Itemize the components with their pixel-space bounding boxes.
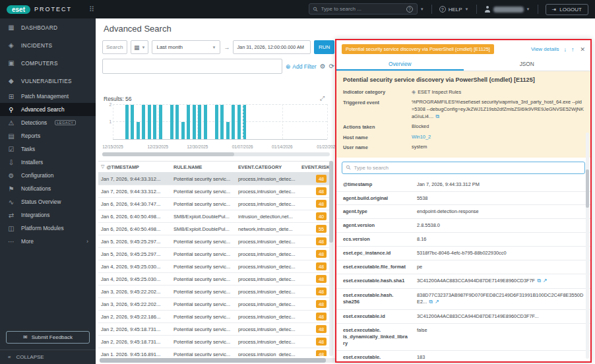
prev-record-icon[interactable]: ↑ xyxy=(571,46,575,53)
cell-event-category: process,intrusion_detec... xyxy=(235,326,299,332)
kv-value: Jan 7, 2026, 9:44:33.312 PM xyxy=(417,181,584,188)
chevron-down-icon: ▼ xyxy=(465,7,469,11)
view-details-link[interactable]: View details xyxy=(531,46,559,52)
column-header-2[interactable]: EVENT.CATEGORY xyxy=(235,164,299,170)
external-link-icon[interactable]: ↗ xyxy=(435,299,439,305)
expand-icon[interactable]: ⤢ xyxy=(320,95,325,102)
results-table: ▽@TIMESTAMPRULE.NAMEEVENT.CATEGORYEVENT.… xyxy=(98,161,332,356)
calendar-icon: ▦ xyxy=(134,44,140,51)
table-row[interactable]: Jan 2, 2026, 9:45:18.731...Potential sec… xyxy=(98,323,332,336)
risk-score-badge: 40 xyxy=(316,212,327,220)
tab-json[interactable]: JSON xyxy=(464,57,591,71)
sidebar-item-installers[interactable]: ⇩Installers xyxy=(0,156,96,169)
cell-event-category: network,intrusion_dete... xyxy=(235,226,299,232)
sidebar-item-label: Installers xyxy=(21,159,43,166)
sidebar-item-label: Notifications xyxy=(21,185,51,192)
tasks-icon: ☑ xyxy=(7,146,15,153)
sidebar-item-patch-management[interactable]: ⊞Patch Management xyxy=(0,90,96,103)
kv-value: pe xyxy=(417,264,584,270)
sidebar-item-configuration[interactable]: ⚙Configuration xyxy=(0,169,96,182)
table-row[interactable]: Jan 1, 2026, 9:45:16.891...Potential sec… xyxy=(98,348,332,356)
tab-overview[interactable]: Overview xyxy=(336,57,464,71)
filter-query-input[interactable] xyxy=(102,59,282,74)
chart-scrollbar[interactable] xyxy=(102,152,330,156)
top-bar: eset PROTECT ⠿ ⚲ Type to search ... ? QU… xyxy=(0,0,595,18)
external-link-icon[interactable]: ↗ xyxy=(543,278,548,284)
cell-event-category: process,intrusion_detec... xyxy=(235,289,299,295)
cell-event-category: intrusion_detection,net... xyxy=(235,214,299,220)
summary-field-value[interactable]: Win10_2 xyxy=(412,134,584,140)
table-row[interactable]: Jan 2, 2026, 9:45:22.186...Potential sec… xyxy=(98,311,332,323)
eset-logo[interactable]: eset PROTECT xyxy=(7,5,72,14)
scrollbar-thumb[interactable] xyxy=(329,161,333,243)
help-menu[interactable]: ? HELP ▼ xyxy=(439,6,469,13)
close-icon[interactable]: ✕ xyxy=(580,46,585,53)
user-menu[interactable]: ▼ xyxy=(484,6,530,13)
sidebar-item-dashboard[interactable]: ▦DASHBOARD xyxy=(0,18,96,36)
global-search-input[interactable]: ⚲ Type to search ... ? xyxy=(309,3,418,15)
table-scrollbar[interactable] xyxy=(329,161,333,356)
collapse-button[interactable]: « COLLAPSE xyxy=(0,349,96,364)
table-row[interactable]: Jan 7, 2026, 9:44:33.312...Potential sec… xyxy=(98,173,332,185)
table-row[interactable]: Jan 7, 2026, 9:44:33.312...Potential sec… xyxy=(98,185,332,198)
sidebar-item-advanced-search[interactable]: ⚲Advanced Search xyxy=(0,103,96,116)
cell-timestamp: Jan 3, 2026, 9:45:22.202... xyxy=(98,301,171,307)
scrollbar-thumb[interactable] xyxy=(100,358,326,363)
calendar-button[interactable]: ▦ ▼ xyxy=(131,40,148,54)
cell-event-category: process,intrusion_detec... xyxy=(235,314,299,320)
refresh-icon[interactable]: ⟳ xyxy=(329,63,334,70)
run-button[interactable]: RUN xyxy=(314,40,334,54)
cell-risk-score: 48 xyxy=(299,325,332,333)
time-range-select[interactable]: Last month ▼ xyxy=(152,40,220,54)
kv-key: eset.​executable.​id xyxy=(343,313,417,320)
column-header-label: RULE.NAME xyxy=(173,164,202,170)
scrollbar-thumb[interactable] xyxy=(586,169,589,208)
kv-value: 2.8.5538.0 xyxy=(417,222,584,229)
sidebar-item-integrations[interactable]: ⇄Integrations xyxy=(0,208,96,222)
sidebar-item-notifications[interactable]: ⚑Notifications xyxy=(0,182,96,195)
app-grid-icon[interactable]: ⠿ xyxy=(89,5,94,14)
table-row[interactable]: Jan 2, 2026, 9:45:18.731...Potential sec… xyxy=(98,336,332,348)
sidebar-item-more[interactable]: ⋯More› xyxy=(0,235,96,248)
help-label: HELP xyxy=(449,7,462,13)
table-row[interactable]: Jan 6, 2026, 6:40:50.498...SMB/Exploit.D… xyxy=(98,210,332,223)
submit-feedback-button[interactable]: ✉ Submit Feedback xyxy=(6,331,90,344)
table-row[interactable]: Jan 5, 2026, 9:45:25.297...Potential sec… xyxy=(98,248,332,260)
saved-search-input[interactable]: Search xyxy=(102,40,127,54)
table-row[interactable]: Jan 5, 2026, 9:45:25.297...Potential sec… xyxy=(98,235,332,248)
add-filter-button[interactable]: ⊕ Add Filter xyxy=(286,63,317,70)
table-row[interactable]: Jan 3, 2026, 9:45:22.202...Potential sec… xyxy=(98,298,332,311)
sidebar-item-detections[interactable]: ⚠DetectionsLEGACY xyxy=(0,116,96,129)
scrollbar-thumb[interactable] xyxy=(102,152,234,156)
table-row[interactable]: Jan 3, 2026, 9:45:22.202...Potential sec… xyxy=(98,286,332,298)
logout-button[interactable]: ⇥ LOGOUT xyxy=(546,4,588,15)
chart-bar xyxy=(148,105,151,139)
panel-scrollbar[interactable] xyxy=(586,133,589,359)
column-header-1[interactable]: RULE.NAME xyxy=(171,164,235,170)
table-row[interactable]: Jan 6, 2026, 6:40:50.498...SMB/Exploit.D… xyxy=(98,223,332,235)
column-header-3[interactable]: EVENT.RISK_SCOR... xyxy=(299,164,332,170)
table-row[interactable]: Jan 4, 2026, 9:45:25.030...Potential sec… xyxy=(98,260,332,273)
sidebar-item-tasks[interactable]: ☑Tasks xyxy=(0,142,96,156)
cell-risk-score: 48 xyxy=(299,250,332,258)
sidebar-item-status-overview[interactable]: ∿Status Overview xyxy=(0,195,96,208)
table-row[interactable]: Jan 6, 2026, 9:44:30.747...Potential sec… xyxy=(98,198,332,210)
table-row[interactable]: Jan 4, 2026, 9:45:25.030...Potential sec… xyxy=(98,273,332,286)
column-header-0[interactable]: ▽@TIMESTAMP xyxy=(98,164,171,170)
copy-icon[interactable]: ⧉ xyxy=(429,299,433,305)
end-date-input[interactable]: Jan 31, 2026, 12:00:00.000 AM xyxy=(233,40,311,54)
next-record-icon[interactable]: ↓ xyxy=(563,46,567,53)
sidebar-item-label: Reports xyxy=(21,133,40,139)
sidebar-item-computers[interactable]: ▣COMPUTERS xyxy=(0,54,96,72)
settings-gear-icon[interactable]: ⚙ xyxy=(320,63,326,70)
sidebar-item-platform-modules[interactable]: ◫Platform Modules xyxy=(0,222,96,235)
copy-icon[interactable]: ⧉ xyxy=(435,113,439,119)
sidebar-item-vulnerabilities[interactable]: ◆VULNERABILITIES xyxy=(0,72,96,90)
detail-search-input[interactable]: ⚲ Type to search xyxy=(342,162,585,174)
search-help-icon[interactable]: ? xyxy=(406,6,413,13)
detail-panel: Potential security service discovery via… xyxy=(335,39,592,363)
copy-icon[interactable]: ⧉ xyxy=(537,278,541,284)
sidebar-item-reports[interactable]: ▤Reports xyxy=(0,129,96,142)
divider xyxy=(431,5,432,14)
sidebar-item-incidents[interactable]: ◈INCIDENTS xyxy=(0,36,96,54)
